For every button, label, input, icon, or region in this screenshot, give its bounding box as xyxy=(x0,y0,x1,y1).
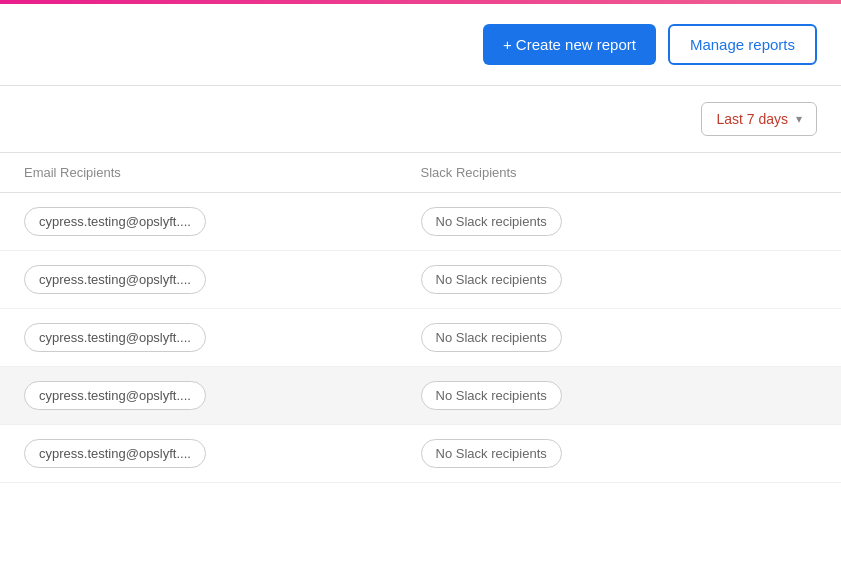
manage-reports-button[interactable]: Manage reports xyxy=(668,24,817,65)
email-pill: cypress.testing@opslyft.... xyxy=(24,439,206,468)
chevron-down-icon: ▾ xyxy=(796,112,802,126)
table-row: cypress.testing@opslyft....No Slack reci… xyxy=(0,309,841,367)
slack-cell: No Slack recipients xyxy=(421,439,818,468)
table-row: cypress.testing@opslyft....No Slack reci… xyxy=(0,251,841,309)
email-cell: cypress.testing@opslyft.... xyxy=(24,381,421,410)
create-report-button[interactable]: + Create new report xyxy=(483,24,656,65)
table-row: cypress.testing@opslyft....No Slack reci… xyxy=(0,367,841,425)
table-rows-container: cypress.testing@opslyft....No Slack reci… xyxy=(0,193,841,483)
slack-cell: No Slack recipients xyxy=(421,381,818,410)
table-row: cypress.testing@opslyft....No Slack reci… xyxy=(0,425,841,483)
slack-cell: No Slack recipients xyxy=(421,323,818,352)
slack-pill: No Slack recipients xyxy=(421,207,562,236)
email-pill: cypress.testing@opslyft.... xyxy=(24,207,206,236)
slack-cell: No Slack recipients xyxy=(421,265,818,294)
header-area: + Create new report Manage reports xyxy=(0,4,841,86)
date-filter-label: Last 7 days xyxy=(716,111,788,127)
slack-pill: No Slack recipients xyxy=(421,265,562,294)
table-row: cypress.testing@opslyft....No Slack reci… xyxy=(0,193,841,251)
date-filter-dropdown[interactable]: Last 7 days ▾ xyxy=(701,102,817,136)
email-cell: cypress.testing@opslyft.... xyxy=(24,265,421,294)
slack-cell: No Slack recipients xyxy=(421,207,818,236)
email-pill: cypress.testing@opslyft.... xyxy=(24,265,206,294)
slack-pill: No Slack recipients xyxy=(421,323,562,352)
slack-pill: No Slack recipients xyxy=(421,381,562,410)
email-col-header: Email Recipients xyxy=(24,165,421,180)
slack-col-header: Slack Recipients xyxy=(421,165,818,180)
email-pill: cypress.testing@opslyft.... xyxy=(24,381,206,410)
email-cell: cypress.testing@opslyft.... xyxy=(24,323,421,352)
table-header: Email Recipients Slack Recipients xyxy=(0,153,841,193)
slack-pill: No Slack recipients xyxy=(421,439,562,468)
email-cell: cypress.testing@opslyft.... xyxy=(24,207,421,236)
email-cell: cypress.testing@opslyft.... xyxy=(24,439,421,468)
filter-area: Last 7 days ▾ xyxy=(0,86,841,153)
email-pill: cypress.testing@opslyft.... xyxy=(24,323,206,352)
reports-table: Email Recipients Slack Recipients cypres… xyxy=(0,153,841,483)
